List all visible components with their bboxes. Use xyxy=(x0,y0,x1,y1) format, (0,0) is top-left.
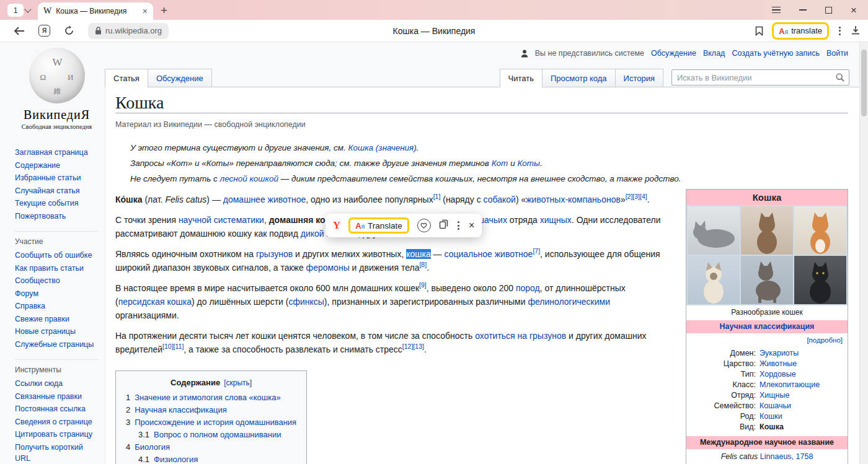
classification-header[interactable]: Научная классификация xyxy=(686,320,848,333)
toc-link[interactable]: Значение и этимология слова «кошка» xyxy=(135,393,280,402)
toc-link[interactable]: Вопрос о полном одомашнивании xyxy=(154,430,281,439)
tab-read[interactable]: Читать xyxy=(500,69,542,87)
taxon-link[interactable]: Кошачьи xyxy=(760,401,844,411)
inline-link[interactable]: сфинксы xyxy=(288,297,324,307)
personal-link-talk[interactable]: Обсуждение xyxy=(651,49,696,58)
scrollbar-thumb[interactable] xyxy=(861,50,867,116)
inline-link[interactable]: персидская кошка xyxy=(118,297,192,307)
page-scrollbar[interactable] xyxy=(859,42,868,464)
sidebar-item-permanent-link[interactable]: Постоянная ссылка xyxy=(15,403,99,416)
toc-link[interactable]: Научная классификация xyxy=(135,405,227,414)
inline-link[interactable]: охотиться на грызунов xyxy=(475,331,566,341)
sidebar-item-donate[interactable]: Пожертвовать xyxy=(15,210,99,223)
taxon-link[interactable]: Млекопитающие xyxy=(760,380,844,390)
tab-history[interactable]: История xyxy=(615,69,663,87)
inline-link[interactable]: [12][13] xyxy=(402,343,424,350)
toolbar-translate-button[interactable]: Aя translate xyxy=(772,22,829,40)
sidebar-item-current-events[interactable]: Текущие события xyxy=(15,197,99,210)
yandex-button[interactable]: Я xyxy=(38,25,50,37)
sidebar-item-what-links-here[interactable]: Ссылки сюда xyxy=(15,377,99,390)
sidebar-item-short-url[interactable]: Получить короткий URL xyxy=(15,441,99,464)
tab-close-icon[interactable]: × xyxy=(143,6,148,16)
taxon-link[interactable]: Эукариоты xyxy=(760,348,844,359)
minimize-button[interactable] xyxy=(799,9,807,11)
sidebar-item-related-changes[interactable]: Связанные правки xyxy=(15,390,99,403)
inline-link[interactable]: домашнее животное xyxy=(223,195,306,204)
inline-link[interactable]: собакой xyxy=(484,195,516,204)
wikipedia-logo[interactable]: WΩИ維 ВикипедиЯ Свободная энциклопедия xyxy=(17,48,97,130)
menu-icon[interactable] xyxy=(772,7,781,14)
inline-link[interactable]: [9] xyxy=(419,281,427,289)
tab-view-source[interactable]: Просмотр кода xyxy=(542,69,616,87)
close-window-button[interactable]: × xyxy=(851,5,857,15)
sidebar-item-featured[interactable]: Избранные статьи xyxy=(15,172,99,185)
download-icon[interactable] xyxy=(851,25,861,36)
search-input[interactable] xyxy=(672,73,836,82)
popup-more-icon[interactable] xyxy=(456,220,461,231)
sidebar-item-random[interactable]: Случайная статья xyxy=(15,185,99,198)
personal-link-login[interactable]: Войти xyxy=(826,49,848,58)
inline-link[interactable]: [2][3][4] xyxy=(626,193,647,200)
sidebar-item-new-pages[interactable]: Новые страницы xyxy=(15,325,99,338)
toc-link[interactable]: Биология xyxy=(135,442,170,452)
inline-link[interactable]: Кот xyxy=(492,159,508,168)
inline-link[interactable]: феромоны xyxy=(306,263,350,273)
browser-tab-active[interactable]: W Кошка — Википедия × xyxy=(38,2,153,20)
inline-link[interactable]: грызунов xyxy=(256,249,293,259)
tab-count-badge[interactable]: 1 xyxy=(7,4,24,17)
details-link[interactable]: [подробно] xyxy=(807,336,843,344)
popup-close-icon[interactable]: × xyxy=(469,220,474,231)
toc-hide-link[interactable]: [скрыть] xyxy=(224,379,252,387)
author-link[interactable]: Linnaeus, 1758 xyxy=(760,452,813,461)
toc-link[interactable]: Физиология xyxy=(154,455,198,464)
sidebar-item-community[interactable]: Сообщество xyxy=(15,274,99,287)
wiki-search-box[interactable] xyxy=(671,69,849,85)
sidebar-item-contents[interactable]: Содержание xyxy=(15,159,99,172)
tab-counter[interactable]: 1 xyxy=(7,4,30,17)
inline-link[interactable]: хищных xyxy=(540,215,572,225)
sidebar-item-how-to-edit[interactable]: Как править статьи xyxy=(15,262,99,275)
tab-discussion[interactable]: Обсуждение xyxy=(148,69,212,87)
taxon-link[interactable]: Хордовые xyxy=(760,369,844,380)
address-bar[interactable]: ru.wikipedia.org xyxy=(88,23,169,39)
inline-link[interactable]: [10][11] xyxy=(162,343,184,350)
sidebar-item-help[interactable]: Справка xyxy=(15,300,99,313)
sidebar-item-main-page[interactable]: Заглавная страница xyxy=(15,146,99,159)
tab-article[interactable]: Статья xyxy=(105,69,148,87)
personal-link-create-account[interactable]: Создать учётную запись xyxy=(732,49,820,58)
inline-link[interactable]: [1] xyxy=(433,193,441,200)
sidebar-item-special-pages[interactable]: Служебные страницы xyxy=(15,338,99,351)
sidebar-item-page-info[interactable]: Сведения о странице xyxy=(15,416,99,429)
refresh-button[interactable] xyxy=(64,25,74,36)
inline-link[interactable]: [7] xyxy=(533,247,540,255)
inline-link[interactable]: лесной кошкой xyxy=(220,174,278,183)
copy-icon[interactable] xyxy=(439,219,448,232)
inline-link[interactable]: фелинологическими xyxy=(528,297,610,307)
toolbar-more-icon[interactable] xyxy=(838,25,842,37)
popup-translate-button[interactable]: Aя Translate xyxy=(348,217,409,234)
inline-link[interactable]: животных-компаньонов xyxy=(526,195,621,204)
inline-link[interactable]: Коты xyxy=(517,159,540,168)
sidebar-item-cite-page[interactable]: Цитировать страницу xyxy=(15,428,99,441)
chevron-down-icon[interactable] xyxy=(24,6,31,12)
inline-link[interactable]: пород xyxy=(516,283,540,293)
sidebar-item-forum[interactable]: Форум xyxy=(15,287,99,300)
search-icon[interactable] xyxy=(836,73,844,82)
taxon-link[interactable]: Хищные xyxy=(760,390,844,401)
inline-link[interactable]: Кошка (значения) xyxy=(348,143,417,152)
favorite-icon[interactable] xyxy=(417,219,431,232)
bookmark-icon[interactable] xyxy=(755,26,763,36)
sidebar-item-recent-changes[interactable]: Свежие правки xyxy=(15,313,99,326)
taxon-link[interactable]: Кошки xyxy=(760,411,844,422)
maximize-button[interactable] xyxy=(825,7,832,14)
inline-link[interactable]: кошка xyxy=(406,249,431,259)
inline-link[interactable]: научной систематики xyxy=(179,215,264,225)
toc-link[interactable]: Происхождение и история одомашнивания xyxy=(135,418,296,427)
personal-link-contribs[interactable]: Вклад xyxy=(703,49,725,58)
inline-link[interactable]: социальное животное xyxy=(445,249,533,259)
sidebar-item-report-error[interactable]: Сообщить об ошибке xyxy=(15,249,99,262)
back-button[interactable] xyxy=(14,27,25,35)
new-tab-button[interactable]: + xyxy=(161,4,167,17)
taxon-link[interactable]: Животные xyxy=(760,359,844,369)
inline-link[interactable]: [8] xyxy=(419,261,427,268)
